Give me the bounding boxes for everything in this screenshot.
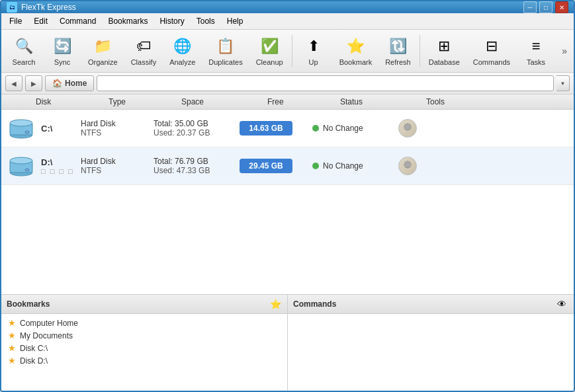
list-item[interactable]: ★ My Documents xyxy=(5,329,283,342)
close-button[interactable]: ✕ xyxy=(555,1,568,13)
organize-label: Organize xyxy=(88,58,118,66)
bookmark-label: Bookmark xyxy=(339,58,373,66)
commands-icon: ⊟ xyxy=(481,36,502,57)
bookmark-icon: ⭐ xyxy=(345,36,366,57)
refresh-button[interactable]: 🔃 Refresh xyxy=(379,32,417,69)
up-icon: ⬆ xyxy=(303,36,324,57)
disk-d-type: Hard Disk xyxy=(81,157,154,166)
disk-d-gear-button[interactable] xyxy=(398,157,417,175)
menu-command[interactable]: Command xyxy=(54,15,101,28)
bookmarks-panel: Bookmarks ⭐ ★ Computer Home ★ My Documen… xyxy=(1,295,288,392)
col-header-disk: Disk xyxy=(36,97,109,106)
disk-d-total: Total: 76.79 GB xyxy=(154,157,240,166)
disk-c-icon xyxy=(7,115,36,141)
disk-d-status-dot xyxy=(312,163,319,169)
list-item[interactable]: ★ Disk D:\ xyxy=(5,354,283,367)
col-header-tools: Tools xyxy=(426,97,479,106)
tasks-button[interactable]: ≡ Tasks xyxy=(517,32,554,69)
table-row[interactable]: D:\ □ □ □ □ Hard Disk NTFS Total: 76.79 … xyxy=(1,147,574,185)
disk-d-name-col: D:\ □ □ □ □ xyxy=(41,157,81,175)
col-header-free: Free xyxy=(267,97,340,106)
analyze-button[interactable]: 🌐 Analyze xyxy=(163,32,201,69)
title-bar-left: 🗂 FlexTk Express xyxy=(7,2,76,13)
up-button[interactable]: ⬆ Up xyxy=(295,32,332,69)
disk-d-status: No Change xyxy=(312,161,398,171)
disk-d-free-badge: 29.45 GB xyxy=(240,159,292,173)
disk-list: C:\ Hard Disk NTFS Total: 35.00 GB Used:… xyxy=(1,110,574,295)
minimize-button[interactable]: ─ xyxy=(523,1,537,13)
menu-file[interactable]: File xyxy=(4,15,27,28)
classify-label: Classify xyxy=(131,58,157,66)
maximize-button[interactable]: □ xyxy=(539,1,553,13)
bookmark-label-2: My Documents xyxy=(20,331,73,340)
database-label: Database xyxy=(429,58,460,66)
col-header-type: Type xyxy=(109,97,181,106)
bookmarks-panel-header: Bookmarks ⭐ xyxy=(1,295,287,314)
refresh-label: Refresh xyxy=(385,58,411,66)
svg-point-10 xyxy=(26,169,28,171)
svg-point-8 xyxy=(10,157,32,164)
commands-title: Commands xyxy=(293,299,336,309)
tasks-icon: ≡ xyxy=(525,36,547,57)
app-icon: 🗂 xyxy=(7,2,17,13)
menu-help[interactable]: Help xyxy=(222,15,249,28)
list-item[interactable]: ★ Computer Home xyxy=(5,317,283,329)
table-row[interactable]: C:\ Hard Disk NTFS Total: 35.00 GB Used:… xyxy=(1,110,574,147)
bookmark-button[interactable]: ⭐ Bookmark xyxy=(333,32,378,69)
commands-icon-button[interactable]: 👁 xyxy=(555,297,568,311)
disk-d-space: Total: 76.79 GB Used: 47.33 GB xyxy=(154,157,240,175)
classify-button[interactable]: 🏷 Classify xyxy=(125,32,163,69)
disk-c-status-dot xyxy=(312,125,319,132)
menu-bar: File Edit Command Bookmarks History Tool… xyxy=(1,13,574,30)
search-button[interactable]: 🔍 Search xyxy=(5,32,42,69)
disk-c-type: Hard Disk xyxy=(81,119,154,128)
menu-edit[interactable]: Edit xyxy=(28,15,53,28)
bookmarks-list: ★ Computer Home ★ My Documents ★ Disk C:… xyxy=(1,314,287,392)
back-button[interactable]: ◀ xyxy=(5,75,22,91)
toolbar: 🔍 Search 🔄 Sync 📁 Organize 🏷 Classify 🌐 … xyxy=(1,30,574,73)
menu-tools[interactable]: Tools xyxy=(191,15,220,28)
list-item[interactable]: ★ Disk C:\ xyxy=(5,342,283,354)
commands-button[interactable]: ⊟ Commands xyxy=(467,32,516,69)
menu-history[interactable]: History xyxy=(154,15,189,28)
search-icon: 🔍 xyxy=(13,36,34,57)
database-button[interactable]: ⊞ Database xyxy=(423,32,466,69)
disk-c-gear-button[interactable] xyxy=(398,119,417,137)
menu-bookmarks[interactable]: Bookmarks xyxy=(103,15,153,28)
nav-dropdown-button[interactable]: ▼ xyxy=(556,75,570,91)
bookmarks-star-button[interactable]: ⭐ xyxy=(269,297,282,311)
search-label: Search xyxy=(13,58,36,66)
disk-d-status-text: No Change xyxy=(323,161,363,171)
commands-panel: Commands 👁 xyxy=(288,295,574,392)
home-button[interactable]: 🏠 Home xyxy=(45,75,94,91)
bookmarks-title: Bookmarks xyxy=(7,299,50,309)
organize-button[interactable]: 📁 Organize xyxy=(82,32,124,69)
disk-c-free-badge: 14.63 GB xyxy=(240,121,292,136)
bookmark-star-icon-2: ★ xyxy=(8,331,16,340)
cleanup-button[interactable]: ✅ Cleanup xyxy=(250,32,289,69)
sync-button[interactable]: 🔄 Sync xyxy=(44,32,81,69)
duplicates-label: Duplicates xyxy=(208,58,242,66)
duplicates-icon: 📋 xyxy=(215,36,236,57)
disk-c-status: No Change xyxy=(312,124,398,133)
bookmark-label-3: Disk C:\ xyxy=(20,344,48,353)
svg-point-2 xyxy=(10,120,32,126)
duplicates-button[interactable]: 📋 Duplicates xyxy=(202,32,248,69)
svg-point-4 xyxy=(26,132,28,133)
bookmark-label-1: Computer Home xyxy=(20,319,78,328)
nav-path-bar[interactable] xyxy=(97,75,554,91)
col-header-space: Space xyxy=(181,97,267,106)
bookmark-star-icon-4: ★ xyxy=(8,356,16,366)
sync-icon: 🔄 xyxy=(52,36,73,57)
disk-c-name: C:\ xyxy=(41,124,81,134)
disk-d-fs: NTFS xyxy=(81,166,154,175)
forward-button[interactable]: ▶ xyxy=(25,75,42,91)
cleanup-icon: ✅ xyxy=(259,36,280,57)
tasks-label: Tasks xyxy=(527,58,545,66)
disk-d-name: D:\ xyxy=(41,157,81,167)
disk-d-label-dots: □ □ □ □ xyxy=(41,167,81,175)
commands-label: Commands xyxy=(473,58,510,66)
toolbar-more-button[interactable]: » xyxy=(559,43,570,59)
toolbar-separator-1 xyxy=(292,35,292,67)
disk-c-fs: NTFS xyxy=(81,128,154,137)
